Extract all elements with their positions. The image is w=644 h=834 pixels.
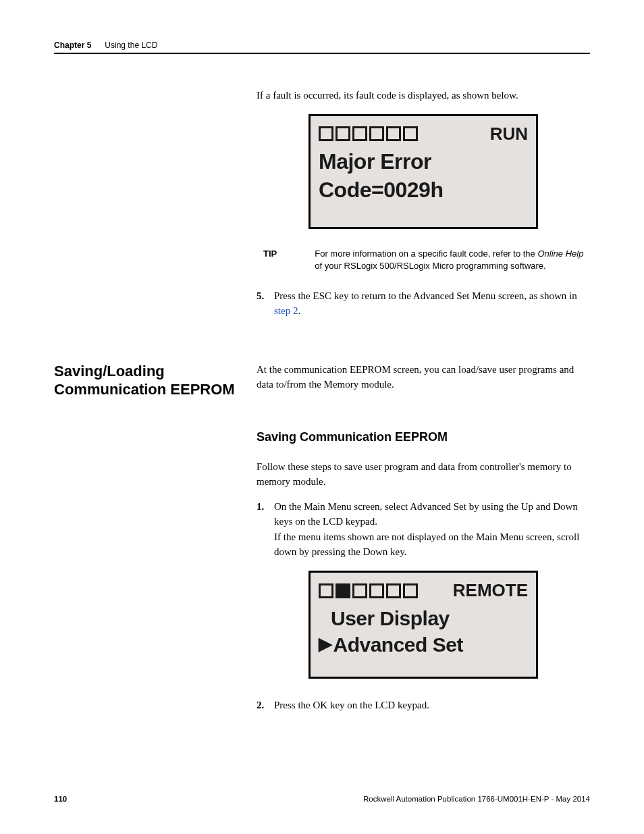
lcd-square bbox=[336, 583, 350, 598]
lcd-square bbox=[352, 583, 367, 598]
lcd-screen: REMOTE User Display ▶Advanced Set bbox=[308, 571, 538, 679]
step-5: 5. Press the ESC key to return to the Ad… bbox=[257, 288, 590, 319]
section-heading: Saving/Loading Communication EEPROM bbox=[54, 362, 257, 721]
lcd-square bbox=[319, 583, 333, 598]
chapter-label: Chapter 5 bbox=[54, 41, 91, 50]
lcd-square bbox=[319, 126, 333, 141]
tip-text: For more information on a specific fault… bbox=[315, 248, 590, 272]
lcd-square bbox=[369, 126, 384, 141]
lcd-remote-status: REMOTE bbox=[453, 579, 528, 602]
step-number: 2. bbox=[257, 698, 264, 713]
lcd-square bbox=[352, 126, 367, 141]
lcd-run-status: RUN bbox=[490, 123, 528, 146]
page-footer: 110 Rockwell Automation Publication 1766… bbox=[54, 795, 590, 803]
tip-text-after: of your RSLogix 500/RSLogix Micro progra… bbox=[315, 261, 545, 271]
sub-heading: Saving Communication EEPROM bbox=[257, 430, 590, 444]
step-number: 1. bbox=[257, 499, 264, 515]
lcd-status-squares bbox=[319, 126, 418, 141]
step-2-link[interactable]: step 2 bbox=[274, 305, 298, 316]
tip-text-before: For more information on a specific fault… bbox=[315, 249, 537, 259]
lcd-screen: RUN Major Error Code=0029h bbox=[308, 114, 538, 229]
tip-block: TIP For more information on a specific f… bbox=[263, 248, 590, 272]
lcd-status-squares bbox=[319, 583, 418, 598]
publication-info: Rockwell Automation Publication 1766-UM0… bbox=[363, 795, 590, 803]
step-5-text-after: . bbox=[298, 305, 300, 316]
page-header: Chapter 5 Using the LCD bbox=[54, 41, 590, 50]
lcd-square bbox=[386, 583, 401, 598]
section-intro: At the communication EEPROM screen, you … bbox=[257, 362, 590, 392]
lcd-menu-figure: REMOTE User Display ▶Advanced Set bbox=[257, 571, 590, 679]
lcd-square bbox=[386, 126, 401, 141]
step-1: 1. On the Main Menu screen, select Advan… bbox=[257, 499, 590, 560]
step-1-line2: If the menu items shown are not displaye… bbox=[274, 531, 579, 558]
lcd-menu-line-1: User Display bbox=[319, 605, 528, 631]
lcd-fault-figure: RUN Major Error Code=0029h bbox=[257, 114, 590, 229]
header-rule bbox=[54, 53, 590, 54]
lcd-square bbox=[403, 126, 418, 141]
step-2-text: Press the OK key on the LCD keypad. bbox=[274, 700, 429, 710]
lcd-menu-text-1: User Display bbox=[331, 605, 450, 631]
lcd-menu-text-2: Advanced Set bbox=[333, 631, 463, 658]
tip-text-italic: Online Help bbox=[537, 249, 583, 259]
lcd-square bbox=[403, 583, 418, 598]
page-number: 110 bbox=[54, 795, 67, 803]
step-number: 5. bbox=[257, 288, 264, 304]
lcd-square bbox=[336, 126, 350, 141]
sub-intro: Follow these steps to save user program … bbox=[257, 459, 590, 490]
triangle-right-icon: ▶ bbox=[319, 633, 332, 656]
step-2: 2. Press the OK key on the LCD keypad. bbox=[257, 698, 590, 713]
step-5-text-before: Press the ESC key to return to the Advan… bbox=[274, 290, 577, 301]
chapter-title: Using the LCD bbox=[105, 41, 157, 50]
tip-label: TIP bbox=[263, 248, 277, 260]
intro-paragraph: If a fault is occurred, its fault code i… bbox=[257, 88, 590, 103]
lcd-square bbox=[369, 583, 384, 598]
lcd-line-1: Major Error bbox=[319, 148, 528, 176]
lcd-menu-line-2: ▶Advanced Set bbox=[319, 631, 528, 658]
lcd-line-2: Code=0029h bbox=[319, 176, 528, 205]
step-1-line1: On the Main Menu screen, select Advanced… bbox=[274, 501, 578, 527]
